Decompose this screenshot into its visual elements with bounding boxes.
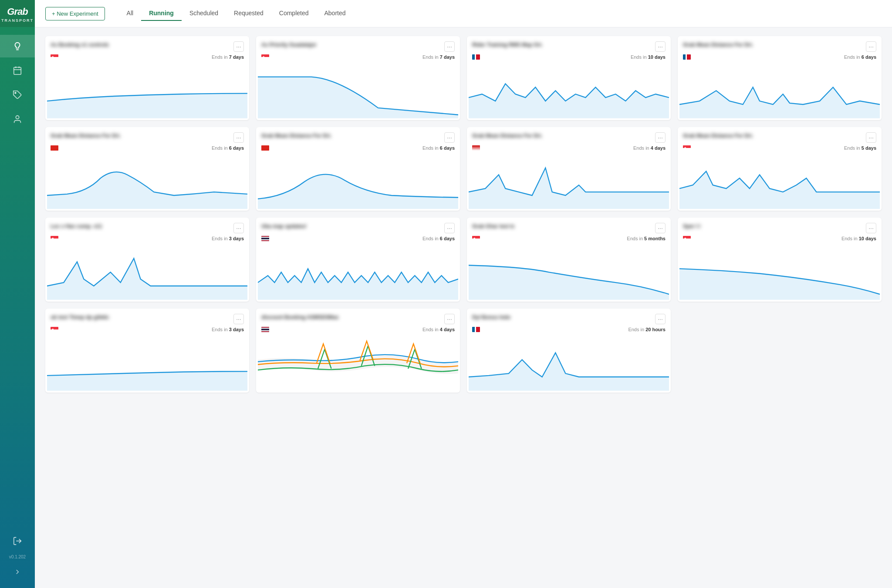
experiment-card-6: Grab Mean Distance For Dri. ··· Ends in …	[256, 127, 460, 211]
card-header-4: Grab Mean Distance For Dri. ···	[678, 36, 882, 54]
card-ends-4: Ends in 6 days	[844, 54, 876, 60]
card-header-1: Ax Booking v1 controls ···	[45, 36, 249, 54]
logout-icon	[13, 536, 22, 546]
flag-sg-11	[472, 236, 480, 241]
logo-text: Grab	[7, 6, 27, 17]
card-ends-3: Ends in 10 days	[631, 54, 666, 60]
card-ends-8: Ends in 5 days	[844, 145, 876, 151]
card-menu-button-6[interactable]: ···	[444, 132, 455, 143]
card-title-15: Dyl Bonus Indo	[472, 314, 652, 321]
flag-vn-6	[261, 145, 269, 151]
tag-icon	[13, 90, 22, 100]
user-icon	[13, 114, 22, 124]
card-title-12: Sper I I	[683, 223, 862, 230]
flag-sg-1	[51, 54, 58, 60]
card-meta-9: Ends in 3 days	[45, 236, 249, 245]
card-menu-button-12[interactable]: ···	[866, 223, 876, 233]
sidebar-item-tags[interactable]	[0, 84, 35, 106]
card-chart-5	[45, 154, 249, 211]
card-menu-button-4[interactable]: ···	[866, 41, 876, 52]
card-header-9: Loc v Hav comp. v11 ···	[45, 218, 249, 236]
experiment-card-8: Grab Mean Distance For Dri. ··· Ends in …	[678, 127, 882, 211]
card-title-8: Grab Mean Distance For Dri.	[683, 132, 862, 140]
header: + New Experiment All Running Scheduled R…	[35, 0, 892, 27]
expand-icon	[14, 568, 21, 576]
experiment-grid-container: Ax Booking v1 controls ··· Ends in 7 day…	[35, 27, 892, 588]
card-ends-7: Ends in 4 days	[633, 145, 666, 151]
card-header-12: Sper I I ···	[678, 218, 882, 236]
card-chart-11	[467, 245, 671, 302]
card-menu-button-14[interactable]: ···	[444, 314, 455, 324]
card-title-4: Grab Mean Distance For Dri.	[683, 41, 862, 49]
card-menu-button-1[interactable]: ···	[233, 41, 244, 52]
svg-rect-0	[14, 67, 21, 75]
card-chart-7	[467, 154, 671, 211]
card-ends-6: Ends in 6 days	[422, 145, 455, 151]
card-ends-10: Ends in 6 days	[422, 236, 455, 241]
flag-th-10	[261, 236, 269, 241]
flag-sg-12	[683, 236, 691, 241]
card-title-2: Ax Priority Guadalajor	[261, 41, 441, 49]
card-menu-button-11[interactable]: ···	[655, 223, 666, 233]
card-chart-6	[256, 154, 460, 211]
card-menu-button-10[interactable]: ···	[444, 223, 455, 233]
card-title-13: ub test Timep dp g/bbb:	[51, 314, 230, 321]
card-chart-4	[678, 63, 882, 120]
card-header-5: Grab Mean Distance For Dri. ···	[45, 127, 249, 145]
sidebar: Grab TRANSPORT	[0, 0, 35, 588]
flag-my-7	[472, 145, 480, 151]
experiment-card-7: Grab Mean Distance For Dri. ··· Ends in …	[467, 127, 671, 211]
svg-point-1	[15, 92, 16, 94]
logout-button[interactable]	[9, 533, 26, 551]
experiment-card-10: Uba map updates! ··· Ends in 6 days	[256, 218, 460, 302]
flag-vn-5	[51, 145, 58, 151]
tab-all[interactable]: All	[119, 6, 142, 21]
tab-aborted[interactable]: Aborted	[317, 6, 354, 21]
sidebar-bottom: v0.1.202	[9, 533, 26, 588]
card-ends-14: Ends in 4 days	[422, 327, 455, 332]
tab-running[interactable]: Running	[141, 6, 182, 21]
card-ends-1: Ends in 7 days	[212, 54, 244, 60]
card-chart-1	[45, 63, 249, 120]
card-header-2: Ax Priority Guadalajor ···	[256, 36, 460, 54]
card-menu-button-3[interactable]: ···	[655, 41, 666, 52]
card-meta-6: Ends in 6 days	[256, 145, 460, 154]
sidebar-item-experiments[interactable]	[0, 35, 35, 57]
card-menu-button-13[interactable]: ···	[233, 314, 244, 324]
card-menu-button-9[interactable]: ···	[233, 223, 244, 233]
sidebar-item-calendar[interactable]	[0, 59, 35, 82]
tab-completed[interactable]: Completed	[271, 6, 317, 21]
card-title-5: Grab Mean Distance For Dri.	[51, 132, 230, 140]
card-title-1: Ax Booking v1 controls	[51, 41, 230, 49]
card-ends-11: Ends in 5 months	[627, 236, 666, 241]
card-meta-11: Ends in 5 months	[467, 236, 671, 245]
tab-requested[interactable]: Requested	[226, 6, 271, 21]
card-menu-button-2[interactable]: ···	[444, 41, 455, 52]
tab-scheduled[interactable]: Scheduled	[182, 6, 226, 21]
flag-sg-2	[261, 54, 269, 60]
flag-ph-3	[472, 54, 480, 60]
card-meta-2: Ends in 7 days	[256, 54, 460, 63]
expand-button[interactable]	[10, 564, 25, 581]
experiment-card-5: Grab Mean Distance For Dri. ··· Ends in …	[45, 127, 249, 211]
new-experiment-button[interactable]: + New Experiment	[45, 7, 105, 20]
experiment-card-12: Sper I I ··· Ends in 10 days	[678, 218, 882, 302]
card-title-3: Rider Training RMS Map Ori.	[472, 41, 652, 49]
card-meta-4: Ends in 6 days	[678, 54, 882, 63]
sidebar-item-users[interactable]	[0, 108, 35, 131]
card-chart-12	[678, 245, 882, 302]
main-content: + New Experiment All Running Scheduled R…	[35, 0, 892, 588]
card-chart-2	[256, 63, 460, 120]
card-header-13: ub test Timep dp g/bbb: ···	[45, 309, 249, 327]
card-menu-button-5[interactable]: ···	[233, 132, 244, 143]
card-title-11: Grab Ghar test tc	[472, 223, 652, 230]
card-menu-button-8[interactable]: ···	[866, 132, 876, 143]
sidebar-logo: Grab TRANSPORT	[0, 0, 35, 27]
card-header-8: Grab Mean Distance For Dri. ···	[678, 127, 882, 145]
card-menu-button-7[interactable]: ···	[655, 132, 666, 143]
card-title-7: Grab Mean Distance For Dri.	[472, 132, 652, 140]
card-menu-button-15[interactable]: ···	[655, 314, 666, 324]
experiment-card-3: Rider Training RMS Map Ori. ··· Ends in …	[467, 36, 671, 120]
flag-th-14	[261, 327, 269, 332]
card-header-6: Grab Mean Distance For Dri. ···	[256, 127, 460, 145]
